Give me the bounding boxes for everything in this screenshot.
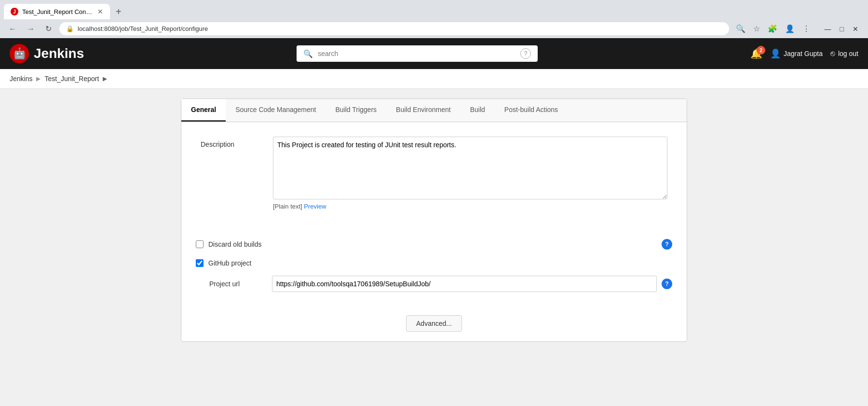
preview-link[interactable]: Preview — [304, 203, 326, 210]
user-icon: 👤 — [770, 48, 781, 59]
project-url-input[interactable] — [272, 276, 657, 292]
plain-text-label: [Plain text] — [273, 203, 302, 210]
breadcrumb-root[interactable]: Jenkins — [10, 75, 32, 83]
browser-chrome: J Test_Junit_Report Config [Jenkins ✕ + … — [0, 0, 868, 38]
maximize-button[interactable]: □ — [836, 23, 848, 35]
tab-build[interactable]: Build — [461, 99, 495, 122]
close-tab-button[interactable]: ✕ — [97, 8, 103, 15]
breadcrumb-arrow: ▶ — [103, 75, 107, 82]
project-url-help-button[interactable]: ? — [662, 279, 672, 289]
main-content: General Source Code Management Build Tri… — [0, 89, 868, 406]
tab-bar: J Test_Junit_Report Config [Jenkins ✕ + — [0, 0, 868, 19]
user-info[interactable]: 👤 Jagrat Gupta — [770, 48, 823, 59]
header-actions: 🔔 2 👤 Jagrat Gupta ⎋ log out — [750, 48, 858, 59]
notification-badge: 2 — [757, 46, 765, 55]
discard-builds-help-button[interactable]: ? — [662, 239, 672, 250]
breadcrumb-project[interactable]: Test_Junit_Report — [44, 75, 99, 83]
tab-build-triggers[interactable]: Build Triggers — [326, 99, 386, 122]
extension-button[interactable]: 🧩 — [766, 22, 779, 35]
breadcrumb: Jenkins ▶ Test_Junit_Report ▶ — [0, 69, 868, 89]
tab-build-environment[interactable]: Build Environment — [386, 99, 461, 122]
search-input[interactable] — [318, 50, 515, 57]
description-label: Description — [201, 137, 263, 148]
breadcrumb-separator-1: ▶ — [36, 75, 41, 82]
config-tab-nav: General Source Code Management Build Tri… — [181, 99, 687, 122]
discard-builds-checkbox[interactable] — [196, 240, 203, 248]
active-tab[interactable]: J Test_Junit_Report Config [Jenkins ✕ — [4, 4, 110, 19]
github-project-checkbox[interactable] — [196, 259, 203, 267]
jenkins-icon: 🤖 — [10, 44, 29, 63]
discard-builds-label[interactable]: Discard old builds — [208, 240, 262, 248]
address-bar: ← → ↻ 🔒 localhost:8080/job/Test_Junit_Re… — [0, 19, 868, 38]
header-search: 🔍 ? — [94, 45, 741, 62]
project-url-label: Project url — [209, 280, 267, 288]
new-tab-button[interactable]: + — [112, 4, 125, 19]
logout-button[interactable]: ⎋ log out — [830, 49, 858, 58]
tab-title: Test_Junit_Report Config [Jenkins — [22, 8, 94, 15]
description-textarea[interactable]: This Project is created for testing of J… — [273, 137, 667, 199]
back-button[interactable]: ← — [6, 23, 19, 35]
tab-general[interactable]: General — [181, 99, 226, 122]
url-bar[interactable]: 🔒 localhost:8080/job/Test_Junit_Report/c… — [59, 22, 729, 35]
menu-button[interactable]: ⋮ — [800, 22, 812, 35]
description-wrap: This Project is created for testing of J… — [273, 137, 667, 210]
minimize-button[interactable]: — — [821, 23, 835, 35]
discard-builds-row: Discard old builds ? — [196, 234, 672, 254]
forward-button[interactable]: → — [24, 23, 38, 35]
jenkins-header: 🤖 Jenkins 🔍 ? 🔔 2 👤 Jagrat Gupta ⎋ log o… — [0, 38, 868, 69]
user-name: Jagrat Gupta — [784, 50, 823, 57]
window-controls: — □ ✕ — [821, 23, 862, 35]
tab-scm[interactable]: Source Code Management — [226, 99, 326, 122]
config-panel: General Source Code Management Build Tri… — [181, 98, 687, 342]
jenkins-logo[interactable]: 🤖 Jenkins — [10, 44, 84, 63]
checkbox-section: Discard old builds ? GitHub project Proj… — [181, 234, 687, 341]
profile-button[interactable]: 👤 — [783, 22, 797, 35]
plain-text-note: [Plain text] Preview — [273, 203, 667, 210]
form-area: Description This Project is created for … — [181, 122, 687, 234]
lock-icon: 🔒 — [66, 25, 74, 32]
github-project-label[interactable]: GitHub project — [208, 259, 251, 267]
logout-icon: ⎋ — [830, 49, 835, 58]
bookmark-button[interactable]: ☆ — [751, 22, 762, 35]
zoom-button[interactable]: 🔍 — [734, 22, 747, 35]
project-url-row: Project url ? — [196, 272, 672, 296]
tab-favicon: J — [11, 8, 18, 15]
close-window-button[interactable]: ✕ — [849, 23, 862, 35]
tab-postbuild[interactable]: Post-build Actions — [495, 99, 568, 122]
search-box: 🔍 ? — [297, 45, 538, 62]
url-text: localhost:8080/job/Test_Junit_Report/con… — [78, 25, 208, 32]
search-icon: 🔍 — [303, 49, 313, 58]
browser-actions: 🔍 ☆ 🧩 👤 ⋮ — [734, 22, 812, 35]
logout-label: log out — [838, 50, 858, 57]
search-help-button[interactable]: ? — [520, 48, 531, 59]
jenkins-title: Jenkins — [34, 46, 84, 61]
github-project-row: GitHub project — [196, 254, 672, 272]
notifications-button[interactable]: 🔔 2 — [750, 48, 762, 59]
advanced-button[interactable]: Advanced... — [406, 315, 462, 332]
reload-button[interactable]: ↻ — [42, 22, 54, 35]
description-row: Description This Project is created for … — [201, 137, 667, 210]
